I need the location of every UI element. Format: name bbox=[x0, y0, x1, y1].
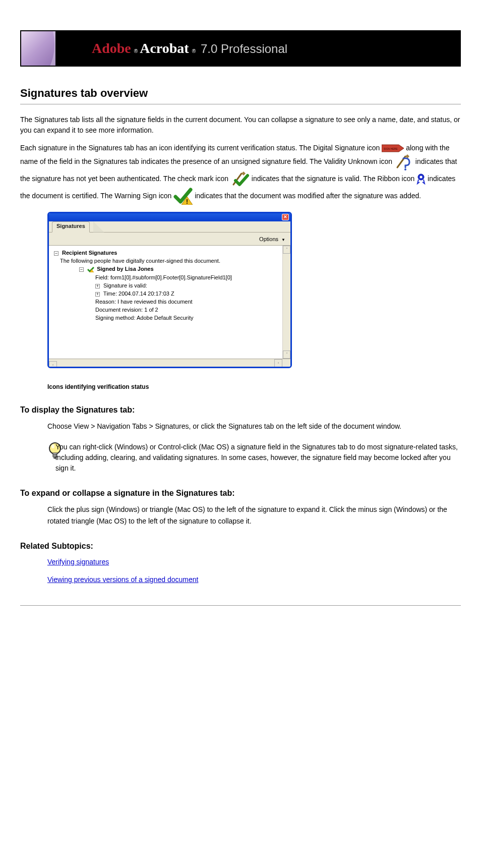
close-icon[interactable]: ✕ bbox=[282, 214, 289, 220]
panel-tab-row: Signatures bbox=[49, 221, 290, 233]
product-version: 7.0 Professional bbox=[201, 42, 287, 56]
field-line: Field: form1[0].#subform[0].Footer[0].Si… bbox=[49, 273, 290, 281]
panel-toolbar: Options ▼ bbox=[49, 233, 290, 246]
svg-text:!: ! bbox=[186, 198, 188, 205]
registered-mark-2: ® bbox=[191, 48, 196, 54]
svg-point-4 bbox=[420, 176, 423, 179]
product-name: Acrobat bbox=[140, 40, 189, 56]
tip-row: You can right-click (Windows) or Control… bbox=[20, 442, 461, 474]
signatures-tab[interactable]: Signatures bbox=[52, 221, 90, 233]
tab-slope-decoration bbox=[93, 221, 104, 233]
chevron-down-icon: ▼ bbox=[281, 238, 285, 242]
panel-titlebar: ✕ bbox=[49, 213, 290, 221]
scroll-right-arrow-icon[interactable]: › bbox=[274, 359, 282, 367]
collapse-icon[interactable]: − bbox=[79, 267, 84, 272]
recipient-signatures-label: Recipient Signatures bbox=[62, 250, 117, 256]
options-label: Options bbox=[259, 236, 278, 242]
display-step-block: Choose View > Navigation Tabs > Signatur… bbox=[20, 421, 461, 432]
panel-tree-body: − Recipient Signatures The following peo… bbox=[49, 246, 290, 359]
previous-versions-link[interactable]: Viewing previous versions of a signed do… bbox=[47, 575, 198, 584]
expand-collapse-heading: To expand or collapse a signature in the… bbox=[20, 489, 461, 498]
intro-paragraph: The Signatures tab lists all the signatu… bbox=[20, 114, 461, 136]
counter-signed-text: The following people have digitally coun… bbox=[49, 257, 290, 265]
validity-text: Signature is valid: bbox=[103, 282, 147, 288]
divider-top bbox=[20, 104, 461, 104]
reason-line: Reason: I have reviewed this document bbox=[49, 298, 290, 306]
para2-part6: indicates that the document was modified… bbox=[195, 192, 421, 200]
tip-text: You can right-click (Windows) or Control… bbox=[55, 442, 461, 474]
figure-caption: Icons identifying verification status bbox=[47, 383, 461, 390]
divider-bottom bbox=[20, 605, 461, 606]
svg-point-8 bbox=[51, 444, 54, 448]
topic-title: Signatures tab overview bbox=[20, 87, 461, 100]
expand-icon[interactable]: + bbox=[95, 292, 100, 297]
scroll-up-arrow-icon[interactable]: ˄ bbox=[283, 246, 290, 254]
scroll-left-arrow-icon[interactable]: ‹ bbox=[49, 361, 57, 368]
validity-line[interactable]: + Signature is valid: bbox=[49, 281, 290, 290]
vertical-scrollbar[interactable]: ˄ ˅ bbox=[282, 246, 290, 359]
signed-by-label: Signed by Lisa Jones bbox=[97, 266, 153, 272]
signatures-panel: ✕ Signatures Options ▼ − Recipient Signa… bbox=[47, 212, 292, 368]
svg-point-2 bbox=[404, 168, 406, 170]
method-line: Signing method: Adobe Default Security bbox=[49, 314, 290, 322]
expand-icon[interactable]: + bbox=[95, 284, 100, 288]
collapse-icon[interactable]: − bbox=[54, 251, 58, 256]
tree-root-row[interactable]: − Recipient Signatures bbox=[49, 249, 290, 257]
horizontal-scrollbar[interactable]: ‹ › bbox=[49, 359, 290, 367]
product-title: Adobe® Acrobat® 7.0 Professional bbox=[92, 40, 287, 56]
brand-name: Adobe bbox=[92, 40, 131, 56]
product-header-banner: Adobe® Acrobat® 7.0 Professional bbox=[20, 30, 461, 67]
options-menu[interactable]: Options ▼ bbox=[259, 236, 285, 242]
scroll-down-arrow-icon[interactable]: ˅ bbox=[283, 351, 290, 359]
validity-unknown-icon bbox=[394, 153, 413, 170]
digital-signature-stamp-icon: SIGN HERE bbox=[382, 144, 404, 153]
certified-ribbon-icon bbox=[416, 173, 426, 185]
signatures-panel-figure: ✕ Signatures Options ▼ − Recipient Signa… bbox=[47, 212, 461, 368]
display-step-1: Choose View > Navigation Tabs > Signatur… bbox=[47, 421, 461, 432]
related-link-1-line: Verifying signatures bbox=[20, 557, 461, 567]
svg-text:SIGN HERE: SIGN HERE bbox=[384, 147, 398, 150]
display-signatures-heading: To display the Signatures tab: bbox=[20, 406, 461, 415]
expand-step-block: Click the plus sign (Windows) or triangl… bbox=[20, 504, 461, 527]
valid-signature-badge-icon bbox=[87, 266, 94, 272]
time-text: Time: 2004.07.14 20:17:03 Z bbox=[103, 291, 174, 297]
tip-icon-column bbox=[20, 442, 47, 461]
adobe-product-logo bbox=[21, 31, 55, 66]
expand-step-1: Click the plus sign (Windows) or triangl… bbox=[47, 504, 461, 527]
para2-part4: indicates that the signature is valid. T… bbox=[252, 175, 415, 183]
registered-mark: ® bbox=[133, 48, 138, 54]
related-link-2-line: Viewing previous versions of a signed do… bbox=[20, 574, 461, 585]
verify-signatures-link[interactable]: Verifying signatures bbox=[47, 558, 109, 566]
status-icons-paragraph: Each signature in the Signatures tab has… bbox=[20, 143, 461, 205]
related-subtopics-heading: Related Subtopics: bbox=[20, 542, 461, 551]
signer-row[interactable]: − Signed by Lisa Jones bbox=[49, 265, 290, 273]
para2-part1: Each signature in the Signatures tab has… bbox=[20, 144, 380, 152]
revision-line: Document revision: 1 of 2 bbox=[49, 306, 290, 314]
resize-grip bbox=[282, 359, 290, 367]
time-line[interactable]: + Time: 2004.07.14 20:17:03 Z bbox=[49, 290, 290, 298]
valid-signature-checkmark-icon bbox=[230, 170, 250, 188]
warning-sign-icon: ! bbox=[173, 188, 193, 205]
